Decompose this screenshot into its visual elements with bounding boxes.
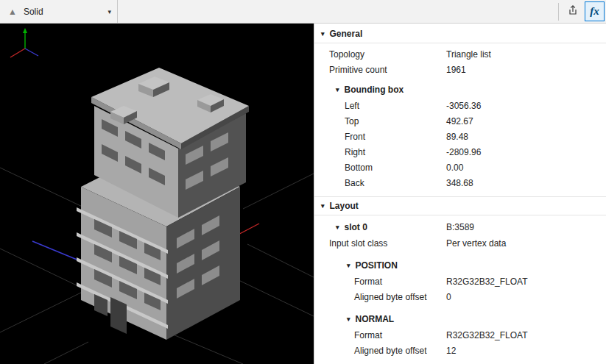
property-value: Per vertex data — [446, 236, 506, 251]
mesh-viewport[interactable] — [0, 24, 314, 364]
chevron-down-icon[interactable]: ▾ — [336, 87, 339, 93]
chevron-down-icon[interactable]: ▾ — [336, 224, 339, 231]
chevron-down-icon[interactable]: ▾ — [321, 203, 325, 210]
subsection-title: NORMAL — [356, 311, 395, 328]
subsection-title: slot 0 — [345, 219, 367, 236]
element-normal-header[interactable]: ▾ NORMAL — [314, 311, 606, 328]
toolbar-separator — [558, 3, 559, 21]
property-row: Top 492.67 — [314, 114, 606, 129]
property-row: Input slot class Per vertex data — [314, 236, 606, 251]
section-bounding-box[interactable]: ▾ Bounding box — [314, 82, 606, 99]
render-mode-label: Solid — [24, 7, 102, 17]
property-label: Primitive count — [314, 63, 387, 78]
property-row: Bottom 0.00 — [314, 160, 606, 176]
property-label: Aligned byte offset — [314, 343, 427, 359]
section-general[interactable]: ▾ General — [314, 25, 606, 43]
solid-shading-icon: ▲ — [8, 7, 17, 16]
property-row: Format R32G32B32_FLOAT — [314, 274, 606, 290]
property-label: Left — [314, 99, 359, 114]
export-icon — [567, 4, 579, 18]
property-label: Top — [314, 114, 359, 129]
chevron-down-icon[interactable]: ▾ — [347, 263, 350, 269]
property-label: Format — [314, 274, 382, 290]
3d-scene — [0, 24, 314, 364]
section-title: General — [330, 29, 363, 39]
property-value: 12 — [446, 343, 456, 359]
property-label: Bottom — [314, 160, 373, 176]
section-layout[interactable]: ▾ Layout — [314, 196, 606, 215]
property-label: Front — [314, 129, 365, 145]
fx-icon: fx — [590, 5, 599, 18]
subsection-title: Bounding box — [345, 82, 404, 99]
property-value: B:3589 — [446, 219, 474, 236]
property-value: 0 — [446, 290, 451, 305]
property-label: Right — [314, 145, 365, 160]
property-label: Format — [314, 328, 382, 343]
property-row: Back 348.68 — [314, 176, 606, 191]
property-row: Front 89.48 — [314, 129, 606, 145]
fx-button[interactable]: fx — [585, 1, 605, 21]
property-row: Right -2809.96 — [314, 145, 606, 160]
property-row: Primitive count 1961 — [314, 63, 606, 78]
chevron-down-icon[interactable]: ▾ — [347, 316, 350, 323]
property-value: 492.67 — [446, 114, 473, 129]
property-row: Left -3056.36 — [314, 99, 606, 114]
property-value: R32G32B32_FLOAT — [446, 328, 528, 343]
property-label: Back — [314, 176, 364, 191]
chevron-down-icon[interactable]: ▾ — [321, 31, 325, 38]
slot-0-header[interactable]: ▾ slot 0 B:3589 — [314, 219, 606, 236]
building-mesh — [77, 68, 249, 340]
property-value: 348.68 — [446, 176, 473, 191]
properties-panel: ▾ General Topology Triangle list Primiti… — [314, 24, 606, 364]
property-value: Triangle list — [446, 47, 491, 63]
property-value: -2809.96 — [446, 145, 481, 160]
property-label: Input slot class — [314, 236, 387, 251]
property-label: Topology — [314, 47, 364, 63]
property-value: -3056.36 — [446, 99, 481, 114]
element-position-header[interactable]: ▾ POSITION — [314, 257, 606, 274]
property-value: 0.00 — [446, 160, 463, 176]
property-label: Aligned byte offset — [314, 290, 427, 305]
property-value: 1961 — [446, 63, 466, 78]
graphics-analyzer-window: ▲ Solid ▾ fx — [0, 0, 606, 364]
property-row: Topology Triangle list — [314, 47, 606, 63]
property-row: Aligned byte offset 0 — [314, 290, 606, 305]
property-row: Aligned byte offset 12 — [314, 343, 606, 359]
property-value: 89.48 — [446, 129, 468, 145]
section-title: Layout — [330, 201, 359, 211]
property-value: R32G32B32_FLOAT — [446, 274, 528, 290]
subsection-title: POSITION — [356, 257, 398, 274]
property-row: Format R32G32B32_FLOAT — [314, 328, 606, 343]
export-button[interactable] — [563, 1, 582, 21]
render-mode-dropdown[interactable]: ▲ Solid ▾ — [0, 0, 118, 23]
viewport-toolbar: ▲ Solid ▾ fx — [0, 0, 606, 24]
dropdown-caret-icon: ▾ — [108, 8, 111, 15]
